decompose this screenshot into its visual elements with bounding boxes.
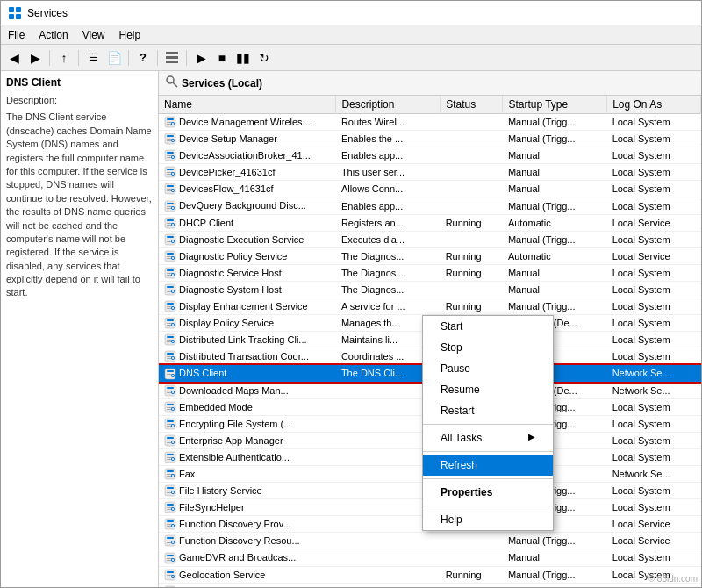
table-row[interactable]: Google Chrome Elevation Se...ManualLocal… xyxy=(159,583,701,587)
table-row[interactable]: Diagnostic Service HostThe Diagnos...Run… xyxy=(159,264,701,281)
properties-button[interactable]: 📄 xyxy=(104,48,124,68)
table-row[interactable]: Diagnostic Execution ServiceExecutes dia… xyxy=(159,231,701,247)
svg-rect-112 xyxy=(167,404,174,405)
svg-rect-64 xyxy=(167,269,174,271)
svg-rect-6 xyxy=(166,61,178,63)
service-startup: Manual (Trigg... xyxy=(503,533,607,549)
context-menu-help[interactable]: Help xyxy=(423,509,553,530)
svg-point-38 xyxy=(172,190,174,191)
service-icon xyxy=(164,552,176,564)
service-desc: The Diagnos... xyxy=(336,281,441,298)
help-button[interactable]: ? xyxy=(133,48,153,68)
services-header-title: Services (Local) xyxy=(182,77,262,90)
play-button[interactable]: ▶ xyxy=(191,48,211,68)
service-desc: A service for ... xyxy=(336,298,441,315)
service-logon: Local Service xyxy=(607,247,701,264)
table-row[interactable]: Device Management Wireles...Routes Wirel… xyxy=(159,114,701,131)
details-view-button[interactable] xyxy=(162,48,182,68)
col-header-status[interactable]: Status xyxy=(441,96,503,114)
forward-button[interactable]: ▶ xyxy=(25,48,45,68)
service-name: DNS Client xyxy=(179,369,226,379)
table-row[interactable]: DevicePicker_41631cfThis user ser...Manu… xyxy=(159,164,701,181)
svg-rect-58 xyxy=(167,253,174,255)
service-status xyxy=(441,231,503,247)
show-hide-button[interactable]: ☰ xyxy=(83,48,103,68)
context-menu: Start Stop Pause Resume Restart All Task… xyxy=(422,315,554,531)
services-window: Services File Action View Help ◀ ▶ ↑ ☰ 📄… xyxy=(0,0,702,588)
context-menu-refresh[interactable]: Refresh xyxy=(423,455,553,476)
service-desc: Allows Conn... xyxy=(336,181,441,197)
table-row[interactable]: Diagnostic System HostThe Diagnos...Manu… xyxy=(159,281,701,298)
svg-point-170 xyxy=(172,559,174,561)
service-startup: Manual xyxy=(503,264,607,281)
service-icon xyxy=(164,183,176,195)
svg-point-116 xyxy=(172,408,174,410)
svg-rect-166 xyxy=(167,555,174,556)
service-logon: Local System xyxy=(607,398,701,415)
svg-point-86 xyxy=(172,324,174,326)
content-area: DNS Client Description: The DNS Client s… xyxy=(1,71,701,587)
menu-file[interactable]: File xyxy=(1,27,32,42)
context-menu-all-tasks[interactable]: All Tasks ▶ xyxy=(423,427,553,448)
svg-rect-5 xyxy=(166,56,178,59)
svg-point-164 xyxy=(172,541,174,543)
back-button[interactable]: ◀ xyxy=(4,48,24,68)
table-row[interactable]: DHCP ClientRegisters an...RunningAutomat… xyxy=(159,214,701,231)
menu-view[interactable]: View xyxy=(75,27,112,42)
service-logon: Local System xyxy=(607,332,701,348)
service-name: Google Chrome Elevation Se... xyxy=(179,586,312,587)
table-row[interactable]: DeviceAssociationBroker_41...Enables app… xyxy=(159,147,701,164)
service-logon: Local System xyxy=(607,549,701,566)
svg-line-8 xyxy=(173,82,177,87)
table-row[interactable]: Display Enhancement ServiceA service for… xyxy=(159,298,701,315)
service-name: Geolocation Service xyxy=(179,570,265,580)
table-row[interactable]: DevQuery Background Disc...Enables app..… xyxy=(159,197,701,214)
service-status xyxy=(441,583,503,587)
service-icon xyxy=(164,418,176,430)
service-desc: Routes Wirel... xyxy=(336,114,441,131)
service-name: DeviceAssociationBroker_41... xyxy=(179,150,311,161)
context-menu-restart[interactable]: Restart xyxy=(423,400,553,421)
service-icon xyxy=(164,534,176,547)
service-icon xyxy=(164,217,176,229)
service-name: Function Discovery Prov... xyxy=(179,519,291,529)
up-button[interactable]: ↑ xyxy=(54,48,74,68)
service-icon xyxy=(164,116,176,128)
col-header-startup[interactable]: Startup Type xyxy=(503,96,607,114)
pause-button[interactable]: ▮▮ xyxy=(233,48,253,68)
service-name: Diagnostic Service Host xyxy=(179,268,282,278)
service-logon: Local System xyxy=(607,131,701,147)
col-header-name[interactable]: Name xyxy=(159,96,336,114)
svg-point-110 xyxy=(172,391,174,393)
col-header-logon[interactable]: Log On As xyxy=(607,96,701,114)
context-menu-pause[interactable]: Pause xyxy=(423,358,553,379)
service-desc: This user ser... xyxy=(336,164,441,181)
table-row[interactable]: Function Discovery Resou...Manual (Trigg… xyxy=(159,533,701,549)
svg-rect-34 xyxy=(167,185,174,187)
svg-point-122 xyxy=(172,425,174,427)
service-logon: Network Se... xyxy=(607,365,701,382)
menu-help[interactable]: Help xyxy=(112,27,148,42)
stop-button[interactable]: ■ xyxy=(212,48,232,68)
table-row[interactable]: Device Setup ManagerEnables the ...Manua… xyxy=(159,131,701,147)
table-row[interactable]: GameDVR and Broadcas...ManualLocal Syste… xyxy=(159,549,701,566)
col-header-desc[interactable]: Description xyxy=(336,96,441,114)
service-logon: Local System xyxy=(607,281,701,298)
table-row[interactable]: DevicesFlow_41631cfAllows Conn...ManualL… xyxy=(159,181,701,197)
service-startup: Manual (Trigg... xyxy=(503,197,607,214)
context-menu-start[interactable]: Start xyxy=(423,316,553,337)
context-menu-resume[interactable]: Resume xyxy=(423,379,553,400)
context-menu-stop[interactable]: Stop xyxy=(423,337,553,358)
service-name: Device Management Wireles... xyxy=(179,117,311,127)
service-startup: Manual xyxy=(503,583,607,587)
restart-button[interactable]: ↻ xyxy=(254,48,274,68)
svg-point-68 xyxy=(172,274,174,276)
service-status: Running xyxy=(441,566,503,583)
table-row[interactable]: Diagnostic Policy ServiceThe Diagnos...R… xyxy=(159,247,701,264)
menu-action[interactable]: Action xyxy=(32,27,75,42)
service-icon xyxy=(164,200,176,212)
context-menu-properties[interactable]: Properties xyxy=(423,482,553,503)
table-row[interactable]: Geolocation ServiceRunningManual (Trigg.… xyxy=(159,566,701,583)
toolbar: ◀ ▶ ↑ ☰ 📄 ? ▶ ■ ▮▮ ↻ xyxy=(1,45,701,71)
context-menu-sep-2 xyxy=(423,451,553,452)
